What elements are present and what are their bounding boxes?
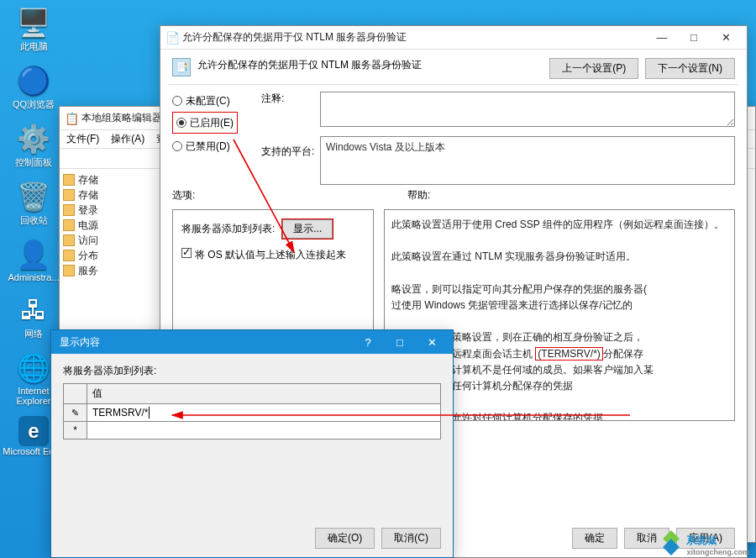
values-grid[interactable]: 值 ✎ TERMSRV/* * [63,383,441,440]
help-button[interactable]: ? [352,331,384,353]
ok-button[interactable]: 确定(O) [315,528,375,549]
radio-disabled[interactable]: 已禁用(D) [172,137,253,155]
policy-titlebar[interactable]: 📄 允许分配保存的凭据用于仅 NTLM 服务器身份验证 — □ ✕ [160,26,747,50]
network-icon: 🖧 [16,292,51,328]
desktop-icon-qqbrowser[interactable]: 🔵QQ浏览器 [0,63,67,111]
cancel-button[interactable]: 取消(C) [381,528,441,549]
watermark: 系统城 xitongcheng.com [659,533,749,556]
policy-heading-icon: 📑 [172,58,191,76]
radio-icon [172,141,182,151]
grid-row-new[interactable]: * [64,422,441,440]
showdlg-titlebar[interactable]: 显示内容 ? □ ✕ [51,330,453,354]
tree-item[interactable]: 访问 [63,233,165,248]
close-button[interactable]: ✕ [710,27,742,49]
policy-window-title: 允许分配保存的凭据用于仅 NTLM 服务器身份验证 [179,30,646,45]
folder-icon [63,174,75,186]
star-icon: * [73,424,77,436]
options-label: 选项: [172,188,407,203]
pc-icon: 🖥️ [16,5,51,40]
tree-item[interactable]: 登录 [63,203,165,218]
checkbox-icon [181,248,192,258]
comment-textarea[interactable] [320,92,735,127]
policy-title-icon: 📄 [165,31,179,45]
show-button[interactable]: 显示... [282,219,333,239]
gear-icon: ⚙️ [16,121,51,156]
folder-icon [63,234,75,246]
maximize-button[interactable]: □ [384,331,416,353]
policy-heading: 允许分配保存的凭据用于仅 NTLM 服务器身份验证 [197,58,549,72]
pencil-icon: ✎ [71,408,79,418]
platform-label: 支持的平台: [261,145,320,159]
minimize-button[interactable]: — [646,27,678,49]
desktop-icon-recyclebin[interactable]: 🗑️回收站 [0,179,67,227]
show-contents-dialog: 显示内容 ? □ ✕ 将服务器添加到列表: 值 ✎ TERMSRV/* * 确定… [50,329,454,558]
watermark-url: xitongcheng.com [686,548,749,556]
tree-item[interactable]: 分布 [63,248,165,263]
row-header-edit: ✎ [64,404,87,422]
col-header-value: 值 [87,384,441,404]
next-setting-button[interactable]: 下一个设置(N) [645,58,735,79]
os-default-checkbox-row[interactable]: 将 OS 默认值与上述输入连接起来 [181,248,365,262]
gpedit-icon: 📋 [65,112,78,125]
ok-button[interactable]: 确定 [572,528,617,549]
watermark-brand: 系统城 [686,534,717,546]
folder-icon [63,189,75,201]
menu-file[interactable]: 文件(F) [66,132,99,146]
row-header-new: * [64,422,87,440]
menu-action[interactable]: 操作(A) [111,132,144,146]
tree-item[interactable]: 服务 [63,263,165,278]
comment-label: 注释: [261,92,320,106]
prev-setting-button[interactable]: 上一个设置(P) [549,58,638,79]
radio-enabled-highlight: 已启用(E) [172,112,238,134]
grid-corner [64,384,87,404]
value-cell[interactable]: TERMSRV/* [87,404,441,422]
tree-item[interactable]: 存储 [63,187,165,203]
maximize-button[interactable]: □ [678,27,710,49]
showdlg-subtitle: 将服务器添加到列表: [63,364,441,378]
radio-icon [176,118,186,128]
tree-item[interactable]: 存储 [63,172,165,187]
user-icon: 👤 [16,237,51,272]
folder-icon [63,204,75,216]
showdlg-title: 显示内容 [56,335,352,350]
edge-icon: e [18,416,49,446]
grid-row[interactable]: ✎ TERMSRV/* [64,404,441,422]
browser-icon: 🔵 [16,63,51,98]
folder-icon [63,265,75,276]
folder-icon [63,219,75,231]
help-label: 帮助: [407,188,430,203]
tree-item[interactable]: 电源 [63,218,165,233]
show-button-highlight: 显示... [281,218,333,240]
termsrv-highlight: (TERMSRV/*) [535,347,602,361]
radio-not-configured[interactable]: 未配置(C) [172,92,253,110]
desktop-icon-thispc[interactable]: 🖥️此电脑 [0,5,67,53]
ie-icon: 🌐 [16,350,51,386]
value-cell-empty[interactable] [87,422,441,440]
desktop-icon-admin[interactable]: 👤Administra... [0,237,67,282]
radio-enabled[interactable]: 已启用(E) [176,113,234,132]
add-servers-label: 将服务器添加到列表: [181,222,275,236]
desktop-icon-controlpanel[interactable]: ⚙️控制面板 [0,121,67,169]
platform-box: Windows Vista 及以上版本 [320,136,735,185]
watermark-logo-icon [659,533,683,556]
trash-icon: 🗑️ [16,179,51,214]
radio-icon [172,96,182,106]
folder-icon [63,250,75,261]
close-button[interactable]: ✕ [416,331,448,353]
